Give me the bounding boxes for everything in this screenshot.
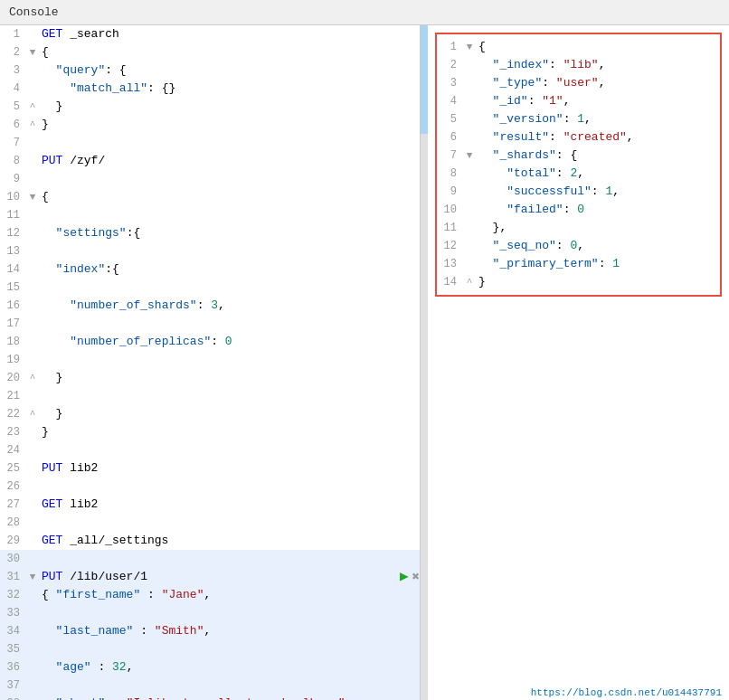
- line-content: GET _search: [38, 25, 420, 43]
- line-content: "successful": 1,: [475, 183, 720, 201]
- code-line: 26: [0, 478, 420, 496]
- line-number: 38: [0, 695, 27, 700]
- middle-scrollbar[interactable]: [421, 25, 428, 700]
- line-number: 36: [0, 658, 27, 676]
- line-number: 22: [0, 405, 27, 423]
- code-line: 29GET _all/_settings: [0, 532, 420, 550]
- fold-indicator[interactable]: ▼: [27, 568, 38, 586]
- close-button[interactable]: ✖: [412, 568, 420, 586]
- fold-indicator[interactable]: ^: [27, 98, 38, 116]
- line-number: 19: [0, 351, 27, 369]
- line-content: }: [38, 116, 420, 134]
- line-number: 7: [437, 147, 464, 165]
- line-content: }: [38, 405, 420, 423]
- line-number: 37: [0, 676, 27, 695]
- line-number: 9: [0, 170, 27, 188]
- code-line: 19: [0, 351, 420, 369]
- code-line: 28: [0, 514, 420, 532]
- line-content: { "first_name" : "Jane",: [38, 586, 420, 604]
- line-number: 4: [0, 80, 27, 98]
- line-content: GET lib2: [38, 496, 420, 514]
- line-number: 14: [0, 260, 27, 279]
- line-content: PUT lib2: [38, 459, 420, 478]
- line-number: 30: [0, 550, 27, 568]
- run-button[interactable]: ▶: [400, 568, 409, 586]
- line-number: 1: [0, 25, 27, 43]
- scrollbar-thumb[interactable]: [421, 25, 428, 134]
- line-number: 10: [0, 188, 27, 206]
- code-line: 3 "query": {: [0, 61, 420, 80]
- line-number: 5: [437, 110, 464, 128]
- code-line: 31▼PUT /lib/user/1▶✖: [0, 568, 420, 586]
- code-line: 1GET _search: [0, 25, 420, 43]
- line-number: 17: [0, 315, 27, 333]
- line-content: "number_of_shards": 3,: [38, 297, 420, 315]
- line-number: 2: [0, 43, 27, 61]
- response-line: 7▼ "_shards": {: [437, 147, 720, 165]
- code-line: 36 "age" : 32,: [0, 658, 420, 676]
- line-content: }: [38, 423, 420, 441]
- line-number: 21: [0, 387, 27, 405]
- line-number: 4: [437, 92, 464, 110]
- fold-indicator[interactable]: ^: [464, 273, 475, 291]
- line-content: PUT /lib/user/1: [38, 568, 396, 586]
- code-line: 8PUT /zyf/: [0, 152, 420, 170]
- code-line: 38 "about" : "I like to collect rock alb…: [0, 695, 420, 700]
- line-content: }: [38, 369, 420, 387]
- line-number: 8: [0, 152, 27, 170]
- line-number: 15: [0, 279, 27, 297]
- line-content: "index":{: [38, 260, 420, 279]
- line-number: 29: [0, 532, 27, 550]
- fold-indicator[interactable]: ▼: [464, 38, 475, 56]
- code-line: 5^ }: [0, 98, 420, 116]
- fold-indicator[interactable]: ▼: [464, 147, 475, 165]
- code-line: 32{ "first_name" : "Jane",: [0, 586, 420, 604]
- right-panel[interactable]: 1▼{2 "_index": "lib",3 "_type": "user",4…: [428, 25, 729, 700]
- line-content: "last_name" : "Smith",: [38, 622, 420, 640]
- line-number: 35: [0, 640, 27, 658]
- code-line: 7: [0, 134, 420, 152]
- status-bar: https://blog.csdn.net/u014437791: [524, 686, 729, 700]
- code-line: 34 "last_name" : "Smith",: [0, 622, 420, 640]
- fold-indicator[interactable]: ^: [27, 116, 38, 134]
- line-content: "failed": 0: [475, 201, 720, 219]
- line-content: "settings":{: [38, 224, 420, 242]
- code-line: 18 "number_of_replicas": 0: [0, 333, 420, 351]
- line-content: "about" : "I like to collect rock albums…: [38, 695, 420, 700]
- line-number: 34: [0, 622, 27, 640]
- code-line: 9: [0, 170, 420, 188]
- line-content: "_version": 1,: [475, 110, 720, 128]
- line-content: "number_of_replicas": 0: [38, 333, 420, 351]
- code-line: 4 "match_all": {}: [0, 80, 420, 98]
- console-title: Console: [9, 5, 59, 19]
- line-content: PUT /zyf/: [38, 152, 420, 170]
- line-number: 20: [0, 369, 27, 387]
- line-number: 12: [0, 224, 27, 242]
- fold-indicator[interactable]: ▼: [27, 188, 38, 206]
- code-line: 21: [0, 387, 420, 405]
- code-line: 22^ }: [0, 405, 420, 423]
- fold-indicator[interactable]: ▼: [27, 43, 38, 61]
- fold-indicator[interactable]: ^: [27, 369, 38, 387]
- code-line: 20^ }: [0, 369, 420, 387]
- response-line: 2 "_index": "lib",: [437, 56, 720, 74]
- line-content: "_primary_term": 1: [475, 255, 720, 273]
- line-number: 25: [0, 459, 27, 478]
- left-panel[interactable]: 1GET _search2▼{3 "query": {4 "match_all"…: [0, 25, 421, 700]
- line-number: 33: [0, 604, 27, 622]
- response-line: 12 "_seq_no": 0,: [437, 237, 720, 255]
- response-line: 11 },: [437, 219, 720, 237]
- line-content: "age" : 32,: [38, 658, 420, 676]
- fold-indicator[interactable]: ^: [27, 405, 38, 423]
- response-line: 9 "successful": 1,: [437, 183, 720, 201]
- line-number: 32: [0, 586, 27, 604]
- line-number: 18: [0, 333, 27, 351]
- code-line: 11: [0, 206, 420, 224]
- line-number: 14: [437, 273, 464, 291]
- line-content: "_index": "lib",: [475, 56, 720, 74]
- line-number: 24: [0, 441, 27, 459]
- line-content: "_id": "1",: [475, 92, 720, 110]
- title-bar: Console: [0, 0, 729, 25]
- line-content: "_type": "user",: [475, 74, 720, 92]
- code-line: 23}: [0, 423, 420, 441]
